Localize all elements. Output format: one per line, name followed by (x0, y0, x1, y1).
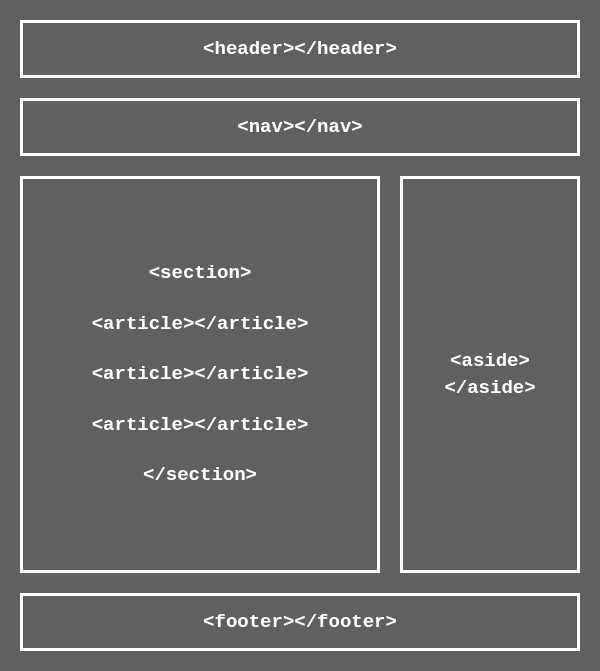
article-tag: <article></article> (92, 311, 309, 338)
section-block: <section> <article></article> <article><… (20, 176, 380, 573)
header-block: <header></header> (20, 20, 580, 78)
nav-block: <nav></nav> (20, 98, 580, 156)
article-tag: <article></article> (92, 412, 309, 439)
footer-block: <footer></footer> (20, 593, 580, 651)
section-open-tag: <section> (149, 260, 252, 287)
aside-block: <aside> </aside> (400, 176, 580, 573)
main-row: <section> <article></article> <article><… (20, 176, 580, 573)
aside-open-tag: <aside> (450, 350, 530, 372)
footer-label: <footer></footer> (203, 609, 397, 636)
section-close-tag: </section> (143, 462, 257, 489)
aside-close-tag: </aside> (444, 377, 535, 399)
nav-label: <nav></nav> (237, 114, 362, 141)
aside-label: <aside> </aside> (444, 348, 535, 401)
article-tag: <article></article> (92, 361, 309, 388)
header-label: <header></header> (203, 36, 397, 63)
